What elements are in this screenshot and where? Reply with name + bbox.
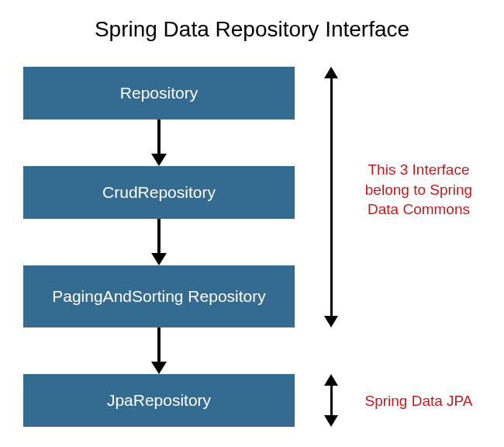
box-label: Repository <box>120 83 198 103</box>
box-label: CrudRepository <box>102 182 216 203</box>
box-crud-repository: CrudRepository <box>23 166 295 219</box>
box-jpa-repository: JpaRepository <box>23 374 295 427</box>
annotation-jpa: Spring Data JPA <box>349 391 488 411</box>
box-repository: Repository <box>23 67 295 120</box>
hierarchy-diagram: Repository CrudRepository PagingAndSorti… <box>23 67 473 431</box>
box-label: PagingAndSorting Repository <box>52 286 266 307</box>
box-paging-sorting-repository: PagingAndSorting Repository <box>23 265 295 327</box>
page-title: Spring Data Repository Interface <box>0 0 504 50</box>
box-label: JpaRepository <box>107 390 211 411</box>
annotation-commons: This 3 Interface belong to Spring Data C… <box>349 160 488 220</box>
